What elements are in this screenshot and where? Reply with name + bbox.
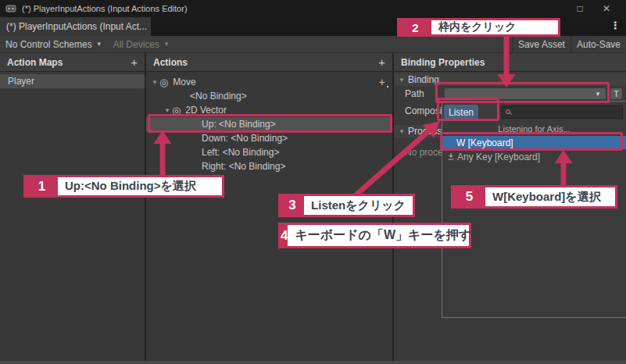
callout-2-number: 2 [399,20,431,34]
add-binding-button[interactable]: + [379,76,385,88]
foldout-icon: ▼ [399,77,408,84]
binding-row-down[interactable]: Down: <No Binding> [146,131,392,145]
search-icon [506,109,512,116]
control-schemes-dropdown[interactable]: No Control Schemes ▼ [0,36,108,53]
window-title: (*) PlayerInputActions (Input Actions Ed… [22,4,188,13]
callout-5: 5 W[Keyboard]を選択 [451,185,617,209]
picker-result-any-key[interactable]: Any Key [Keyboard] [442,150,626,163]
action-map-item-player[interactable]: Player [0,74,145,88]
binding-row-right[interactable]: Right: <No Binding> [146,159,392,173]
action-icon: ◎ [159,77,168,88]
add-binding-dropdown-dot [387,86,388,87]
key-press-icon [447,152,455,161]
callout-1: 1 Up:<No Binding>を選択 [23,175,224,198]
callout-4-text: キーボードの「W」キーを押す [288,225,478,246]
action-label: Move [173,77,195,87]
highlight-frame-up-binding [148,114,392,133]
picker-search-input[interactable] [501,105,623,119]
chevron-down-icon: ▼ [96,41,102,48]
action-maps-panel: Action Maps + Player [0,53,146,361]
title-bar: (*) PlayerInputActions (Input Actions Ed… [0,0,626,17]
callout-4-number: 4 [281,225,288,246]
input-actions-editor-window: (*) PlayerInputActions (Input Actions Ed… [0,0,626,364]
actions-header: Actions + [146,53,392,72]
tab-playerinputactions[interactable]: (*) PlayerInputActions (Input Act... [0,17,151,36]
toolbar: No Control Schemes ▼ All Devices ▼ Save … [0,36,626,53]
add-action-button[interactable]: + [378,56,385,68]
foldout-icon[interactable]: ▼ [152,79,159,86]
input-actions-app-icon [5,3,16,14]
callout-1-number: 1 [26,177,58,195]
callout-2-text: 枠内をクリック [431,20,558,34]
actions-title: Actions [153,57,188,68]
action-row-move[interactable]: ▼ ◎ Move + [146,75,392,89]
foldout-icon: ▼ [399,128,408,135]
highlight-frame-listen-button [437,98,499,121]
callout-5-number: 5 [453,187,485,206]
chevron-down-icon: ▼ [163,41,170,48]
close-button[interactable]: ✕ [593,0,620,17]
callout-3-text: Listenをクリック [304,196,413,215]
maximize-button[interactable]: □ [567,0,593,17]
binding-properties-header: Binding Properties [394,53,626,72]
save-asset-button[interactable]: Save Asset [513,36,571,53]
callout-5-text: W[Keyboard]を選択 [485,187,615,206]
foldout-icon[interactable]: ▼ [164,107,172,114]
binding-row-no-binding[interactable]: <No Binding> [146,89,392,103]
add-action-map-button[interactable]: + [131,56,138,68]
callout-1-text: Up:<No Binding>を選択 [58,177,222,195]
binding-properties-title: Binding Properties [401,57,485,68]
path-text-toggle-button[interactable]: T [610,87,623,100]
auto-save-toggle[interactable]: Auto-Save [571,36,626,53]
action-maps-title: Action Maps [7,57,63,68]
callout-2: 2 枠内をクリック [397,18,560,37]
callout-4: 4 キーボードの「W」キーを押す [278,223,471,248]
devices-dropdown[interactable]: All Devices ▼ [108,36,175,53]
callout-3-number: 3 [281,196,304,215]
binding-row-left[interactable]: Left: <No Binding> [146,145,392,159]
action-maps-header: Action Maps + [0,53,145,72]
window-bottom-edge [0,361,626,364]
kebab-menu-icon[interactable]: ⋮ [610,20,621,31]
callout-3: 3 Listenをクリック [278,194,415,217]
highlight-frame-w-keyboard [440,132,623,151]
